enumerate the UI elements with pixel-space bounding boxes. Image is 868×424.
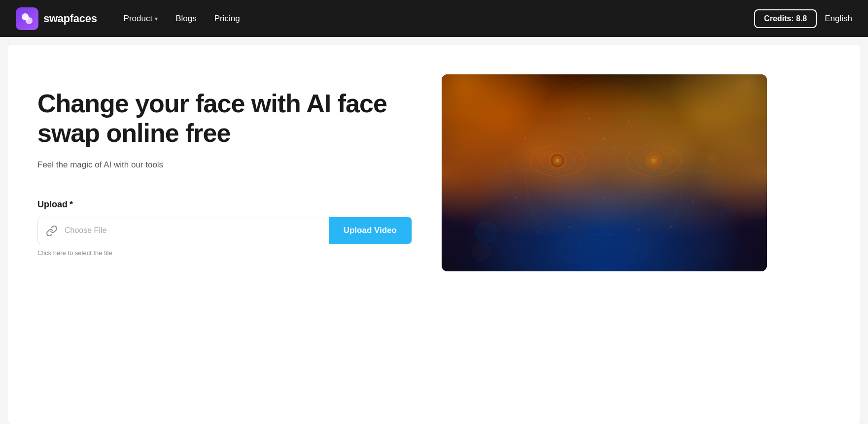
hero-image — [442, 74, 767, 271]
logo-text: swapfaces — [43, 12, 97, 25]
svg-point-48 — [584, 172, 586, 174]
logo-icon — [16, 7, 38, 30]
hero-image-inner — [442, 74, 767, 271]
svg-point-41 — [472, 243, 490, 261]
nav-product[interactable]: Product ▾ — [117, 10, 165, 28]
svg-point-40 — [712, 246, 724, 258]
hero-subtitle: Feel the magic of AI with our tools — [37, 160, 412, 170]
svg-point-29 — [515, 196, 517, 198]
navbar: swapfaces Product ▾ Blogs Pricing Credit… — [0, 0, 868, 37]
svg-point-26 — [685, 132, 687, 134]
required-marker: * — [69, 199, 73, 210]
hero-title: Change your face with AI face swap onlin… — [37, 89, 412, 148]
upload-video-button[interactable]: Upload Video — [329, 217, 412, 244]
svg-point-39 — [720, 204, 735, 220]
upload-label: Upload * — [37, 199, 412, 210]
svg-point-25 — [524, 137, 526, 139]
link-icon — [38, 225, 65, 236]
svg-point-27 — [589, 118, 590, 120]
svg-point-28 — [628, 121, 630, 122]
svg-point-30 — [692, 201, 694, 203]
logo-link[interactable]: swapfaces — [16, 7, 97, 30]
circuit-overlay-svg — [442, 74, 767, 271]
svg-point-33 — [537, 231, 539, 233]
upload-hint: Click here to select the file — [37, 249, 412, 257]
language-selector[interactable]: English — [825, 14, 852, 24]
right-section — [442, 74, 767, 271]
svg-point-49 — [623, 172, 625, 174]
svg-point-42 — [502, 159, 510, 167]
svg-point-36 — [569, 227, 571, 228]
file-input-label[interactable]: Choose File — [65, 226, 329, 235]
svg-point-32 — [633, 249, 635, 250]
main-content: Change your face with AI face swap onlin… — [8, 45, 860, 424]
svg-point-37 — [638, 229, 640, 230]
svg-point-21 — [556, 159, 559, 163]
credits-badge[interactable]: Credits: 8.8 — [754, 9, 817, 28]
svg-point-24 — [652, 159, 656, 163]
chevron-down-icon: ▾ — [155, 15, 158, 22]
upload-row: Choose File Upload Video — [37, 217, 412, 244]
svg-point-38 — [475, 221, 497, 243]
nav-pricing[interactable]: Pricing — [208, 10, 247, 28]
left-section: Change your face with AI face swap onlin… — [37, 74, 412, 257]
nav-links: Product ▾ Blogs Pricing — [117, 10, 755, 28]
nav-right: Credits: 8.8 English — [754, 9, 852, 28]
svg-point-43 — [708, 153, 718, 163]
nav-blogs[interactable]: Blogs — [169, 10, 204, 28]
svg-point-34 — [670, 226, 672, 228]
